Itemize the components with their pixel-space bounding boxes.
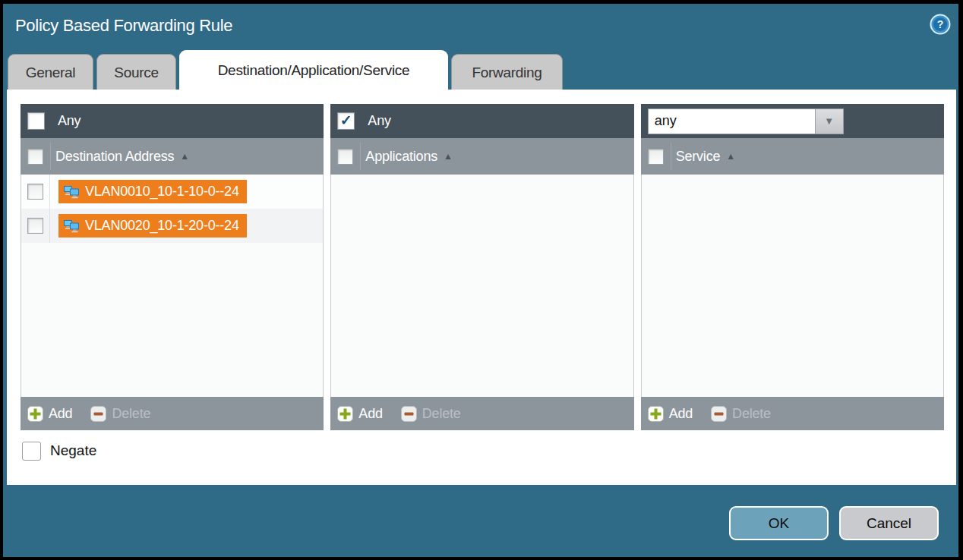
row-checkbox[interactable]: [27, 184, 43, 200]
destination-any-bar: ✓ Any: [21, 104, 324, 138]
row-checkbox-cell: [21, 209, 50, 243]
negate-row: ✓ Negate: [22, 440, 96, 461]
dialog-button-row: OK Cancel: [729, 506, 939, 540]
header-divider: [360, 143, 361, 170]
applications-column-header: Applications ▲: [330, 138, 633, 175]
service-footer: Add Delete: [641, 397, 944, 430]
plus-icon: [27, 406, 43, 422]
sort-ascending-icon[interactable]: ▲: [726, 151, 735, 162]
service-column-header: Service ▲: [641, 138, 944, 175]
destination-any-label: Any: [58, 113, 81, 129]
service-list: [641, 175, 944, 397]
delete-label: Delete: [732, 406, 771, 422]
destination-address-column: ✓ Any Destination Address ▲: [21, 104, 324, 430]
plus-icon: [337, 406, 353, 422]
plus-icon: [648, 406, 664, 422]
delete-button[interactable]: Delete: [90, 406, 150, 422]
header-divider: [50, 143, 51, 170]
service-column: any ▼ Service ▲: [641, 104, 944, 430]
row-checkbox-cell: [21, 175, 50, 209]
address-object-label: VLAN0020_10-1-20-0--24: [85, 218, 239, 234]
service-header-label: Service: [676, 149, 721, 165]
minus-icon: [401, 406, 417, 422]
tab-forwarding[interactable]: Forwarding: [451, 54, 563, 90]
applications-any-checkbox[interactable]: ✓: [337, 112, 355, 130]
screen: Policy Based Forwarding Rule ? General S…: [0, 0, 963, 560]
header-divider: [671, 143, 671, 170]
add-button[interactable]: Add: [337, 406, 382, 422]
tab-source[interactable]: Source: [96, 54, 176, 90]
negate-checkbox[interactable]: ✓: [22, 442, 41, 461]
chevron-down-icon[interactable]: ▼: [816, 109, 844, 134]
page-title: Policy Based Forwarding Rule: [15, 16, 232, 36]
service-dropdown-bar: any ▼: [641, 104, 944, 138]
network-address-icon: [63, 185, 80, 199]
ok-button[interactable]: OK: [729, 506, 829, 540]
cancel-button[interactable]: Cancel: [839, 506, 939, 540]
policy-based-forwarding-dialog: Policy Based Forwarding Rule ? General S…: [3, 4, 958, 557]
network-address-icon: [63, 219, 80, 233]
add-button[interactable]: Add: [648, 406, 693, 422]
negate-label: Negate: [50, 442, 96, 459]
help-icon[interactable]: ?: [930, 14, 951, 35]
delete-label: Delete: [112, 406, 150, 422]
table-row[interactable]: VLAN0020_10-1-20-0--24: [21, 209, 323, 243]
address-object-chip[interactable]: VLAN0020_10-1-20-0--24: [58, 214, 247, 238]
tab-content-panel: ✓ Any Destination Address ▲: [7, 90, 956, 485]
destination-footer: Add Delete: [21, 397, 324, 430]
tab-destination-application-service[interactable]: Destination/Application/Service: [179, 50, 448, 90]
destination-address-list: VLAN0010_10-1-10-0--24: [21, 175, 324, 397]
applications-column: ✓ Any Applications ▲: [330, 104, 633, 430]
tab-bar: General Source Destination/Application/S…: [8, 50, 566, 90]
minus-icon: [90, 406, 106, 422]
address-object-label: VLAN0010_10-1-10-0--24: [85, 184, 239, 200]
applications-any-label: Any: [368, 113, 390, 129]
tab-general[interactable]: General: [8, 54, 93, 90]
service-select-all-checkbox[interactable]: [648, 149, 664, 165]
add-label: Add: [669, 406, 693, 422]
delete-button[interactable]: Delete: [711, 406, 771, 422]
minus-icon: [711, 406, 727, 422]
svg-text:?: ?: [937, 18, 944, 30]
applications-footer: Add Delete: [330, 397, 633, 430]
service-dropdown-value: any: [648, 109, 816, 134]
sort-ascending-icon[interactable]: ▲: [444, 151, 453, 162]
destination-any-checkbox[interactable]: ✓: [27, 112, 45, 130]
sort-ascending-icon[interactable]: ▲: [180, 151, 189, 162]
columns-container: ✓ Any Destination Address ▲: [21, 104, 944, 430]
applications-select-all-checkbox[interactable]: [337, 149, 353, 165]
table-row[interactable]: VLAN0010_10-1-10-0--24: [21, 175, 323, 209]
add-label: Add: [358, 406, 382, 422]
service-dropdown[interactable]: any ▼: [648, 109, 844, 134]
applications-header-label: Applications: [365, 149, 437, 165]
delete-button[interactable]: Delete: [401, 406, 461, 422]
delete-label: Delete: [422, 406, 461, 422]
add-label: Add: [49, 406, 72, 422]
add-button[interactable]: Add: [27, 406, 72, 422]
destination-column-header: Destination Address ▲: [21, 138, 324, 175]
destination-select-all-checkbox[interactable]: [27, 149, 43, 165]
address-object-chip[interactable]: VLAN0010_10-1-10-0--24: [58, 180, 247, 203]
applications-list: [330, 175, 633, 397]
applications-any-bar: ✓ Any: [330, 104, 633, 138]
destination-header-label: Destination Address: [55, 149, 174, 165]
row-checkbox[interactable]: [27, 218, 43, 234]
checkmark-icon: ✓: [340, 113, 352, 127]
